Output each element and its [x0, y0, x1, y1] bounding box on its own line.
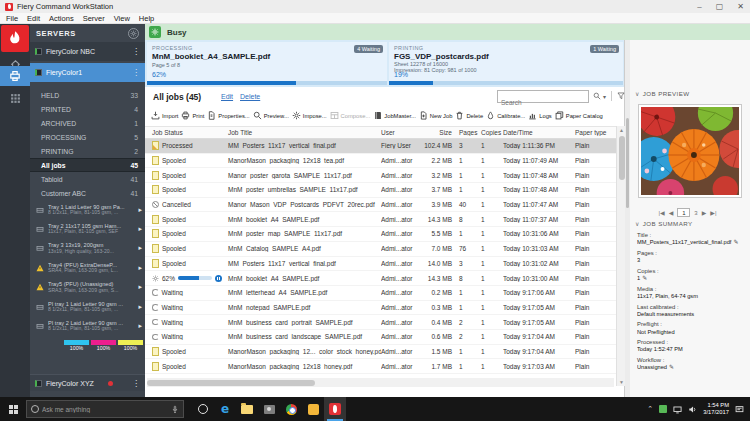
prev-page-icon[interactable]: ◀ [669, 209, 674, 216]
chevron-right-icon[interactable]: ▸ [136, 283, 142, 291]
print-button[interactable]: Print [181, 111, 204, 120]
table-row[interactable]: WaitingMnM_business_card_landscape_SAMPL… [145, 330, 616, 345]
clock[interactable]: 1:54 PM 3/17/2017 [703, 402, 729, 416]
job-preview-section[interactable]: ∨ JOB PREVIEW [635, 90, 690, 97]
tray-expand-icon[interactable]: ⌃ [647, 405, 653, 413]
network-icon[interactable] [673, 405, 682, 414]
apps-grid-icon[interactable] [0, 90, 30, 106]
server-item-fierycolor-nbc[interactable]: FieryColor NBC⋮ [30, 42, 145, 61]
pause-button[interactable] [215, 275, 222, 282]
scroll-thumb[interactable] [147, 380, 315, 386]
search-dropdown-caret-icon[interactable]: ▾ [603, 93, 606, 100]
import-button[interactable]: Import [151, 111, 178, 120]
chevron-down-icon[interactable]: ∨ [635, 90, 640, 97]
table-row[interactable]: WaitingMnM_letterhead_A4_SAMPLE.pdfAdmi.… [145, 286, 616, 301]
processing-card[interactable]: PROCESSING MnM_booklet_A4_SAMPLE.pdf Pag… [147, 42, 387, 85]
sidebar-item-printed[interactable]: PRINTED4 [30, 102, 145, 116]
server-item-fierycolor-xyz[interactable]: FieryColor XYZ ⋮ [30, 374, 145, 391]
edit-pencil-icon[interactable]: ✎ [642, 275, 647, 281]
edit-link[interactable]: Edit [221, 93, 233, 100]
column-header-date-time[interactable]: Date/Time [503, 129, 575, 136]
sidebar-item-archived[interactable]: ARCHIVED1 [30, 116, 145, 130]
column-header-job-title[interactable]: Job Title [225, 129, 381, 136]
mic-icon[interactable] [171, 405, 179, 414]
new-job-button[interactable]: New Job [419, 111, 453, 120]
menu-actions[interactable]: Actions [49, 14, 74, 23]
tray-item[interactable]: PI tray 1 Laid Letter 90 gsm ...8 1/2x11… [30, 297, 145, 316]
fiery-logo-icon[interactable] [1, 25, 29, 52]
sidebar-item-held[interactable]: HELD33 [30, 88, 145, 102]
taskbar-app-chrome[interactable] [280, 397, 302, 421]
start-button[interactable] [0, 397, 26, 421]
chevron-right-icon[interactable]: ▸ [136, 264, 142, 272]
calibrate-button[interactable]: Calibrate... [486, 111, 525, 120]
taskbar-app-file-explorer[interactable] [236, 397, 258, 421]
tray-item[interactable]: PI tray 2 Laid Letter 90 gsm ...8 1/2x11… [30, 316, 145, 335]
edit-pencil-icon[interactable]: ✎ [669, 364, 674, 370]
tray-item[interactable]: Tray5 (PFU) (Unassigned)SRA3, Plain, 163… [30, 278, 145, 297]
kebab-menu-icon[interactable]: ⋮ [132, 379, 140, 388]
printing-card[interactable]: PRINTING FGS_VDP_postcards.pdf Sheet 122… [389, 42, 623, 85]
taskbar-app-task-view[interactable] [192, 397, 214, 421]
job-preview-image[interactable] [638, 104, 742, 198]
preview-button[interactable]: Preview... [253, 111, 289, 120]
table-row[interactable]: 62%MnM_booklet_A4_SAMPLE.pdfAdmi...ator1… [145, 271, 616, 286]
column-header-user[interactable]: User [381, 129, 423, 136]
delete-button[interactable]: Delete [455, 111, 483, 120]
close-button[interactable]: ✕ [737, 2, 744, 11]
table-row[interactable]: WaitingMnM_business_card_portrait_SAMPLE… [145, 315, 616, 330]
sidebar-item-all-jobs[interactable]: All jobs45 [30, 158, 145, 172]
impose-button[interactable]: Impose... [292, 111, 327, 120]
search-icon[interactable] [593, 92, 601, 100]
edit-pencil-icon[interactable]: ✎ [733, 239, 738, 245]
column-header-paper-type[interactable]: Paper type [575, 129, 615, 136]
job-summary-section[interactable]: ∨ JOB SUMMARY [635, 220, 692, 227]
column-header-job-status[interactable]: Job Status [145, 129, 225, 136]
taskbar-app-edge[interactable]: e [214, 397, 236, 421]
server-settings-gear-icon[interactable] [128, 28, 139, 39]
sidebar-item-processing[interactable]: PROCESSING5 [30, 130, 145, 144]
chevron-right-icon[interactable]: ▸ [136, 225, 142, 233]
menu-edit[interactable]: Edit [27, 14, 40, 23]
table-row[interactable]: SpooledMnM_Catalog_SAMPLE_A4.pdfAdmi...a… [145, 242, 616, 257]
chevron-right-icon[interactable]: ▸ [136, 322, 142, 330]
table-row[interactable]: WaitingMnM_notepad_SAMPLE.pdfAdmi...ator… [145, 301, 616, 316]
jobmaster-button[interactable]: JobMaster... [373, 111, 416, 120]
chevron-right-icon[interactable]: ▸ [136, 244, 142, 252]
chevron-down-icon[interactable]: ∨ [635, 220, 640, 227]
menu-file[interactable]: File [6, 14, 18, 23]
tray-item[interactable]: Tray 2 11x17 105 gsm Ham...11x17, Plain,… [30, 219, 145, 238]
tray-status-icon[interactable] [659, 405, 667, 413]
taskbar-app-office[interactable] [302, 397, 324, 421]
page-number-input[interactable]: 1 [677, 208, 690, 217]
table-row[interactable]: SpooledManorMason_packaging_12x18_tea.pd… [145, 154, 616, 169]
sidebar-item-customer-abc[interactable]: Customer ABC41 [30, 186, 145, 200]
vertical-scrollbar[interactable]: ▲ ▼ [616, 126, 625, 386]
next-page-icon[interactable]: ▶ [702, 209, 707, 216]
maximize-button[interactable]: ▢ [716, 2, 724, 11]
tray-item[interactable]: Tray4 (PFU) ExtraDenseP...SRA4, Plain, 1… [30, 258, 145, 277]
kebab-menu-icon[interactable]: ⋮ [132, 47, 140, 56]
tray-item[interactable]: Tray 1 Laid Letter 90 gsm Pa...8 1/2x11,… [30, 200, 145, 219]
scroll-thumb[interactable] [626, 118, 629, 208]
properties-button[interactable]: Properties... [207, 111, 249, 120]
first-page-icon[interactable]: |◀ [659, 209, 665, 216]
column-header-size[interactable]: Size [423, 129, 457, 136]
action-center-icon[interactable] [735, 405, 744, 414]
table-row[interactable]: SpooledManorMason_packaging_12x18_honey.… [145, 359, 616, 374]
logs-button[interactable]: Logs [528, 111, 552, 120]
table-row[interactable]: CancelledManor_Mason_VDP_Postcards_PDFVT… [145, 198, 616, 213]
paper-catalog-button[interactable]: Paper Catalog [555, 111, 603, 120]
job-center-icon[interactable] [0, 66, 30, 86]
filter-icon[interactable] [617, 92, 625, 100]
taskbar-app-fiery[interactable] [324, 397, 346, 421]
scroll-thumb[interactable] [619, 136, 625, 180]
taskbar-search-input[interactable] [42, 406, 168, 413]
chevron-right-icon[interactable]: ▸ [136, 206, 142, 214]
chevron-right-icon[interactable]: ▸ [136, 303, 142, 311]
table-row[interactable]: SpooledManor_poster_garota_SAMPLE_11x17.… [145, 168, 616, 183]
table-row[interactable]: SpooledMnM_poster_umbrellas_SAMPLE_11x17… [145, 183, 616, 198]
column-header-pages[interactable]: Pages [457, 129, 479, 136]
horizontal-scrollbar[interactable] [147, 378, 614, 387]
compose-button[interactable]: Compose... [330, 111, 371, 120]
